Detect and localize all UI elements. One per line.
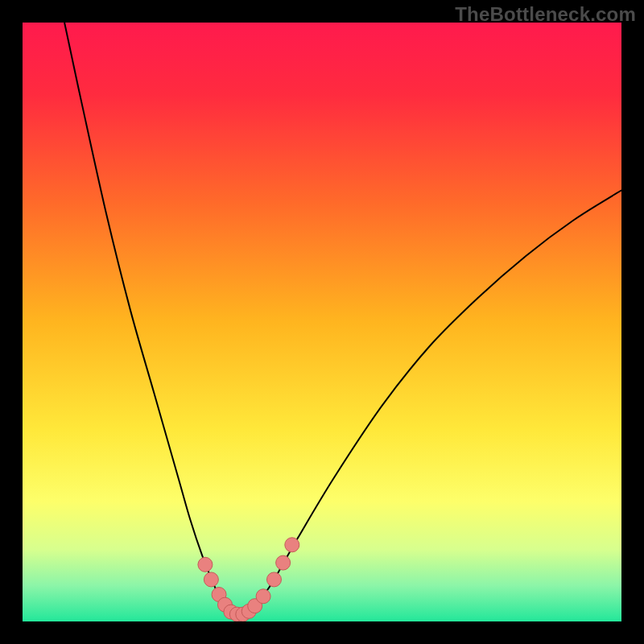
- outer-frame: TheBottleneck.com: [0, 0, 644, 644]
- gradient-background: [23, 23, 621, 621]
- watermark-text: TheBottleneck.com: [455, 3, 636, 26]
- bottleneck-chart: [23, 23, 621, 621]
- marker-point: [256, 589, 270, 604]
- marker-point: [276, 555, 291, 570]
- marker-point: [198, 557, 213, 572]
- marker-point: [204, 572, 218, 587]
- marker-point: [266, 572, 281, 587]
- plot-area: [23, 23, 621, 621]
- marker-point: [285, 538, 299, 552]
